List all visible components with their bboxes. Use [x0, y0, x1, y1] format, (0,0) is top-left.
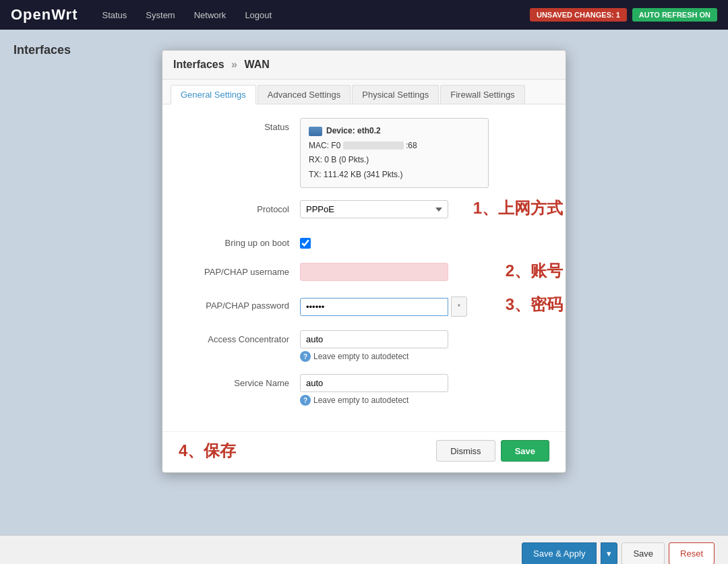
mac-blur	[343, 142, 404, 150]
device-line: Device: eth0.2	[309, 124, 480, 139]
unsaved-changes-badge[interactable]: UNSAVED CHANGES: 1	[530, 8, 627, 22]
password-wrap: *	[300, 296, 492, 317]
password-label: PAP/CHAP password	[179, 296, 300, 311]
username-label: PAP/CHAP username	[179, 263, 300, 277]
nav-status[interactable]: Status	[94, 6, 135, 24]
save-apply-dropdown[interactable]: ▾	[601, 542, 617, 564]
save-button[interactable]: Save	[501, 440, 549, 462]
access-help-text: Leave empty to autodetect	[313, 352, 408, 361]
status-tx: TX: 111.42 KB (341 Pkts.)	[309, 168, 480, 183]
status-box: Device: eth0.2 MAC: F0 :68 RX: 0 B (0 Pk…	[300, 118, 489, 188]
password-control: *	[300, 296, 492, 317]
dialog-footer: 4、保存 Dismiss Save	[162, 431, 566, 472]
protocol-row: Protocol PPPoE DHCP client Static addres…	[179, 200, 549, 222]
tab-firewall-settings[interactable]: Firewall Settings	[440, 85, 524, 104]
tab-general-settings[interactable]: General Settings	[171, 85, 256, 104]
service-help: ? Leave empty to autodetect	[300, 395, 549, 406]
status-row: Status Device: eth0.2 MAC: F0 :68	[179, 118, 549, 188]
wan-dialog: Interfaces » WAN General Settings Advanc…	[162, 50, 566, 473]
protocol-control: PPPoE DHCP client Static address None	[300, 200, 460, 218]
tab-physical-settings[interactable]: Physical Settings	[352, 85, 439, 104]
status-device-text: Device: eth0.2	[326, 124, 381, 139]
username-control	[300, 263, 492, 281]
save-plain-button[interactable]: Save	[621, 542, 665, 564]
dialog-breadcrumb-left: Interfaces	[173, 59, 224, 70]
bring-up-checkbox[interactable]	[300, 238, 311, 249]
annotation-1: 1、上网方式	[473, 197, 563, 219]
tab-advanced-settings[interactable]: Advanced Settings	[257, 85, 351, 104]
annotation-3: 3、密码	[506, 294, 563, 315]
password-row: PAP/CHAP password * 3、密码	[179, 296, 549, 318]
access-control: ? Leave empty to autodetect	[300, 330, 549, 362]
service-control: ? Leave empty to autodetect	[300, 374, 549, 406]
nav-system[interactable]: System	[138, 6, 183, 24]
bring-up-label: Bring up on boot	[179, 234, 300, 248]
service-input[interactable]	[300, 374, 448, 392]
password-input[interactable]	[300, 298, 448, 316]
service-help-text: Leave empty to autodetect	[313, 396, 408, 405]
brand-logo: OpenWrt	[11, 6, 78, 24]
annotation-4: 4、保存	[179, 440, 236, 462]
protocol-label: Protocol	[179, 200, 300, 214]
username-row: PAP/CHAP username 2、账号	[179, 263, 549, 284]
bottom-toolbar: Save & Apply ▾ Save Reset	[0, 535, 728, 564]
nav-links: Status System Network Logout	[94, 6, 530, 24]
status-mac: MAC: F0 :68	[309, 139, 480, 154]
breadcrumb-separator: »	[231, 59, 237, 70]
service-row: Service Name ? Leave empty to autodetect	[179, 374, 549, 406]
annotation-2: 2、账号	[506, 260, 563, 282]
access-help: ? Leave empty to autodetect	[300, 351, 549, 362]
access-input[interactable]	[300, 330, 448, 348]
navbar: OpenWrt Status System Network Logout UNS…	[0, 0, 728, 30]
dialog-wrapper: Interfaces » WAN General Settings Advanc…	[13, 50, 715, 473]
dialog-body: Status Device: eth0.2 MAC: F0 :68	[162, 104, 566, 431]
help-icon-service: ?	[300, 395, 311, 406]
nav-logout[interactable]: Logout	[237, 6, 280, 24]
status-rx: RX: 0 B (0 Pkts.)	[309, 153, 480, 168]
status-control: Device: eth0.2 MAC: F0 :68 RX: 0 B (0 Pk…	[300, 118, 549, 188]
protocol-select[interactable]: PPPoE DHCP client Static address None	[300, 200, 448, 218]
save-apply-button[interactable]: Save & Apply	[522, 542, 597, 564]
reset-button[interactable]: Reset	[669, 542, 715, 564]
service-label: Service Name	[179, 374, 300, 388]
autorefresh-badge[interactable]: AUTO REFRESH ON	[632, 8, 717, 22]
help-icon-access: ?	[300, 351, 311, 362]
page-content: Interfaces Interfaces » WAN General Sett…	[0, 30, 728, 535]
status-label: Status	[179, 118, 300, 132]
dialog-breadcrumb-right: WAN	[244, 59, 269, 70]
network-icon	[309, 127, 322, 136]
navbar-right: UNSAVED CHANGES: 1 AUTO REFRESH ON	[530, 8, 717, 22]
username-input[interactable]	[300, 263, 448, 281]
bring-up-row: Bring up on boot	[179, 234, 549, 251]
dialog-header: Interfaces » WAN	[162, 51, 566, 80]
bring-up-control	[300, 234, 549, 251]
access-row: Access Concentrator ? Leave empty to aut…	[179, 330, 549, 362]
dismiss-button[interactable]: Dismiss	[436, 440, 495, 462]
tabs-bar: General Settings Advanced Settings Physi…	[162, 80, 566, 104]
password-toggle-button[interactable]: *	[451, 296, 467, 317]
access-label: Access Concentrator	[179, 330, 300, 344]
nav-network[interactable]: Network	[186, 6, 235, 24]
